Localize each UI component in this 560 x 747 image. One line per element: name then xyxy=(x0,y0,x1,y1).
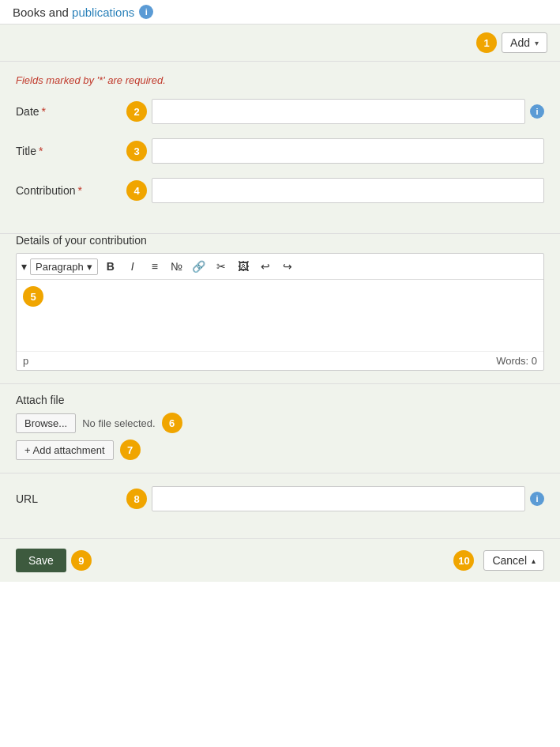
url-label: URL xyxy=(16,492,126,505)
step-3-badge: 3 xyxy=(126,141,147,161)
page-header: Books and publications i xyxy=(0,0,560,25)
page-info-icon[interactable]: i xyxy=(139,5,153,19)
date-input[interactable] xyxy=(152,99,525,124)
italic-button[interactable]: I xyxy=(123,257,142,276)
date-row: Date * 2 i xyxy=(16,99,544,124)
style-chevron-icon: ▾ xyxy=(87,261,92,273)
save-button[interactable]: Save xyxy=(16,549,66,572)
title-input[interactable] xyxy=(152,138,544,164)
toolbar-row: 1 Add ▾ xyxy=(0,25,560,62)
step-10-badge: 10 xyxy=(453,550,474,571)
page-title: Books and publications xyxy=(13,6,134,19)
ordered-list-button[interactable]: № xyxy=(167,257,186,276)
editor-footer: p Words: 0 xyxy=(17,351,543,370)
bold-button[interactable]: B xyxy=(101,257,120,276)
browse-button[interactable]: Browse... xyxy=(16,413,76,433)
toolbar-dropdown-chevron-icon: ▾ xyxy=(21,260,27,273)
required-note: Fields marked by '*' are required. xyxy=(16,74,544,86)
add-button[interactable]: Add ▾ xyxy=(502,32,547,53)
step-1-badge: 1 xyxy=(476,32,497,53)
words-count: Words: 0 xyxy=(496,355,537,367)
step-9-badge: 9 xyxy=(71,550,92,571)
add-chevron-icon: ▾ xyxy=(535,39,539,47)
title-row: Title * 3 xyxy=(16,138,544,164)
rich-text-editor[interactable]: ▾ Paragraph ▾ B I ≡ № xyxy=(16,253,544,371)
url-info-icon[interactable]: i xyxy=(530,492,544,506)
attach-label: Attach file xyxy=(16,394,544,406)
url-input[interactable] xyxy=(152,486,525,511)
date-label: Date * xyxy=(16,105,126,118)
editor-body[interactable]: 5 xyxy=(17,280,543,351)
cancel-chevron-icon: ▴ xyxy=(532,556,536,565)
redo-button[interactable]: ↪ xyxy=(278,257,297,276)
url-row: URL 8 i xyxy=(16,486,544,511)
contribution-label: Contribution * xyxy=(16,184,126,197)
undo-button[interactable]: ↩ xyxy=(256,257,275,276)
step-4-badge: 4 xyxy=(126,180,147,201)
unordered-list-button[interactable]: ≡ xyxy=(145,257,164,276)
date-info-icon[interactable]: i xyxy=(530,104,544,119)
details-label: Details of your contribution xyxy=(16,234,544,247)
style-label: Paragraph xyxy=(36,261,84,273)
form-area: Fields marked by '*' are required. Date … xyxy=(0,62,560,234)
image-button[interactable]: 🖼 xyxy=(234,257,253,276)
action-row: Save 9 10 Cancel ▴ xyxy=(0,539,560,582)
step-6-badge: 6 xyxy=(162,413,182,433)
link-button[interactable]: 🔗 xyxy=(190,257,209,276)
style-select[interactable]: Paragraph ▾ xyxy=(30,258,98,275)
unlink-button[interactable]: ✂ xyxy=(212,257,231,276)
add-attachment-button[interactable]: + Add attachment xyxy=(16,440,114,460)
cancel-button[interactable]: Cancel ▴ xyxy=(483,550,544,571)
contribution-row: Contribution * 4 xyxy=(16,178,544,203)
step-7-badge: 7 xyxy=(120,440,141,460)
contribution-details-section: Details of your contribution ▾ Paragraph… xyxy=(0,234,560,384)
editor-tag: p xyxy=(23,355,28,367)
attach-section: Attach file Browse... No file selected. … xyxy=(0,384,560,473)
toolbar-dropdown-toggle[interactable]: ▾ xyxy=(21,260,27,273)
title-label: Title * xyxy=(16,145,126,157)
no-file-text: No file selected. xyxy=(82,417,156,429)
editor-toolbar: ▾ Paragraph ▾ B I ≡ № xyxy=(17,254,543,280)
step-5-badge: 5 xyxy=(23,286,43,307)
step-8-badge: 8 xyxy=(126,489,147,509)
contribution-input[interactable] xyxy=(152,178,544,203)
url-section: URL 8 i xyxy=(0,473,560,539)
attach-row: Browse... No file selected. 6 xyxy=(16,413,544,433)
step-2-badge: 2 xyxy=(126,101,147,122)
